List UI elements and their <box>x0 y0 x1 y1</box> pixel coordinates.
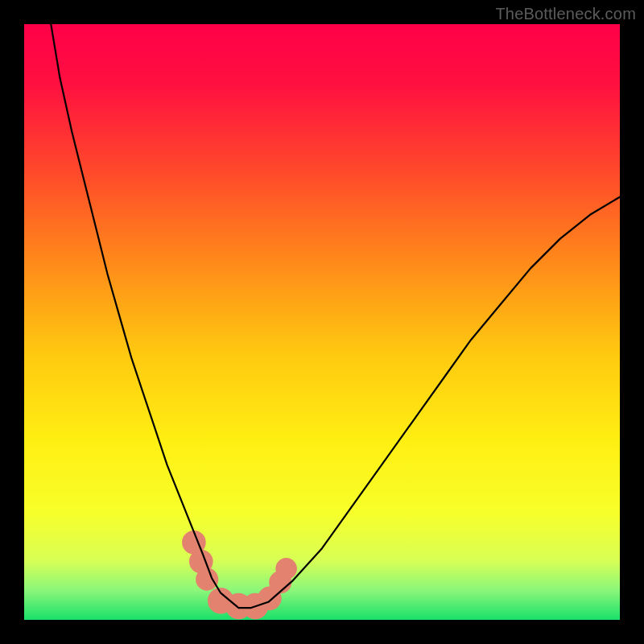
gradient-background <box>24 24 620 620</box>
curve-marker <box>275 558 297 580</box>
curve-marker <box>196 568 218 591</box>
chart-area <box>24 24 620 620</box>
stage: TheBottleneck.com <box>0 0 644 644</box>
chart-svg <box>24 24 620 620</box>
watermark-text: TheBottleneck.com <box>495 5 636 23</box>
